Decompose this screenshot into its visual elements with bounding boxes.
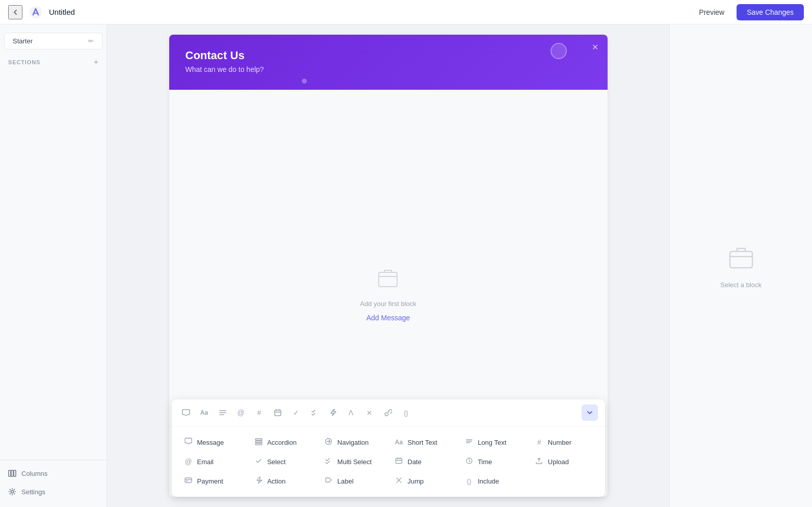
lambda-toolbar-icon[interactable]: Λ	[344, 405, 358, 420]
svg-rect-11	[396, 459, 402, 464]
form-close-button[interactable]: ✕	[589, 41, 601, 53]
block-item-action[interactable]: Action	[248, 471, 318, 491]
block-item-message[interactable]: Message	[178, 433, 248, 452]
block-item-include[interactable]: {} Include	[458, 471, 529, 491]
link-toolbar-icon[interactable]	[381, 405, 395, 420]
accordion-block-icon	[254, 438, 263, 447]
block-item-select[interactable]: Select	[248, 452, 318, 471]
sidebar-item-columns[interactable]: Columns	[0, 464, 107, 483]
message-block-icon	[184, 438, 193, 447]
svg-rect-8	[255, 441, 262, 443]
long-text-block-label: Long Text	[478, 439, 506, 446]
block-item-number[interactable]: # Number	[529, 433, 599, 452]
include-block-icon: {}	[464, 477, 474, 485]
text-toolbar-icon[interactable]: Aa	[197, 405, 212, 420]
block-item-label[interactable]: Label	[318, 471, 388, 491]
sidebar-item-settings[interactable]: Settings	[0, 483, 107, 501]
form-subtitle: What can we do to help?	[186, 65, 591, 73]
sections-header: SECTIONS +	[0, 52, 107, 70]
svg-rect-15	[730, 251, 752, 268]
svg-rect-14	[186, 481, 188, 482]
sections-label: SECTIONS	[8, 59, 40, 65]
block-picker: Aa @ # ✓	[172, 399, 605, 497]
svg-rect-7	[255, 439, 262, 440]
time-block-label: Time	[478, 458, 492, 466]
at-toolbar-icon[interactable]: @	[234, 405, 248, 420]
topbar-right: Preview Save Changes	[693, 4, 804, 20]
empty-text: Add your first block	[360, 300, 416, 308]
empty-state: Add your first block Add Message	[360, 265, 416, 322]
align-toolbar-icon[interactable]	[216, 405, 230, 420]
code-toolbar-icon[interactable]: {}	[399, 405, 413, 420]
short-text-block-label: Short Text	[408, 439, 437, 446]
svg-point-4	[11, 491, 14, 493]
jump-block-label: Jump	[408, 477, 424, 485]
email-block-label: Email	[197, 458, 214, 466]
cross-toolbar-icon[interactable]: ✕	[362, 405, 377, 420]
payment-block-icon	[184, 476, 193, 486]
multicheck-toolbar-icon[interactable]	[307, 405, 322, 420]
back-button[interactable]	[8, 5, 22, 19]
block-item-jump[interactable]: Jump	[388, 471, 459, 491]
sidebar-bottom-nav: Columns Settings	[0, 460, 107, 501]
topbar-left: Untitled	[8, 4, 687, 20]
calendar-toolbar-icon[interactable]	[271, 405, 285, 420]
action-block-icon	[254, 476, 263, 486]
svg-rect-13	[185, 478, 192, 483]
app-logo	[28, 4, 44, 20]
block-item-navigation[interactable]: Navigation	[318, 433, 388, 452]
center-area: Contact Us What can we do to help? ✕ Add	[107, 24, 669, 507]
message-toolbar-icon[interactable]	[179, 405, 193, 420]
hash-toolbar-icon[interactable]: #	[252, 405, 267, 420]
select-block-icon	[254, 457, 263, 466]
block-item-date[interactable]: Date	[388, 452, 459, 471]
number-block-icon: #	[535, 438, 544, 446]
message-block-label: Message	[197, 439, 224, 446]
block-item-multi-select[interactable]: Multi Select	[318, 452, 388, 471]
topbar: Untitled Preview Save Changes	[0, 0, 812, 24]
multi-select-block-icon	[324, 457, 333, 466]
block-item-email[interactable]: @ Email	[178, 452, 248, 471]
payment-block-label: Payment	[197, 477, 223, 485]
block-item-upload[interactable]: Upload	[529, 452, 599, 471]
time-block-icon	[464, 457, 474, 466]
add-section-button[interactable]: +	[94, 58, 98, 67]
block-item-short-text[interactable]: Aa Short Text	[388, 433, 459, 452]
upload-block-label: Upload	[548, 458, 569, 466]
date-block-label: Date	[408, 458, 422, 466]
starter-item[interactable]: Starter ✏	[4, 33, 102, 49]
navigation-block-label: Navigation	[337, 439, 369, 446]
short-text-block-icon: Aa	[395, 439, 404, 446]
header-decoration-dot	[302, 79, 307, 84]
block-item-time[interactable]: Time	[458, 452, 529, 471]
select-block-label: Select	[267, 458, 285, 466]
long-text-block-icon	[464, 438, 474, 447]
block-item-long-text[interactable]: Long Text	[458, 433, 529, 452]
block-item-payment[interactable]: Payment	[178, 471, 248, 491]
preview-button[interactable]: Preview	[693, 5, 730, 19]
number-block-label: Number	[548, 439, 571, 446]
edit-icon[interactable]: ✏	[88, 37, 94, 45]
lightning-toolbar-icon[interactable]	[326, 405, 340, 420]
svg-rect-3	[14, 470, 16, 476]
multi-select-block-label: Multi Select	[337, 458, 372, 466]
check-toolbar-icon[interactable]: ✓	[289, 405, 303, 420]
left-sidebar: Starter ✏ SECTIONS + Columns Setti	[0, 24, 107, 507]
header-decoration-circle	[551, 43, 567, 59]
block-item-accordion[interactable]: Accordion	[248, 433, 318, 452]
block-picker-toolbar: Aa @ # ✓	[172, 399, 605, 426]
empty-icon	[375, 265, 401, 294]
starter-label: Starter	[13, 37, 33, 45]
block-grid: Message Accordion	[172, 426, 605, 497]
action-block-label: Action	[267, 477, 285, 485]
expand-button[interactable]	[582, 404, 598, 421]
form-header: Contact Us What can we do to help? ✕	[169, 35, 608, 90]
main-layout: Starter ✏ SECTIONS + Columns Setti	[0, 24, 812, 507]
include-block-label: Include	[478, 477, 499, 485]
page-title: Untitled	[49, 8, 75, 16]
accordion-block-label: Accordion	[267, 439, 297, 446]
label-block-label: Label	[337, 477, 354, 485]
add-message-link[interactable]: Add Message	[366, 314, 410, 322]
navigation-block-icon	[324, 438, 333, 447]
save-button[interactable]: Save Changes	[737, 4, 804, 20]
